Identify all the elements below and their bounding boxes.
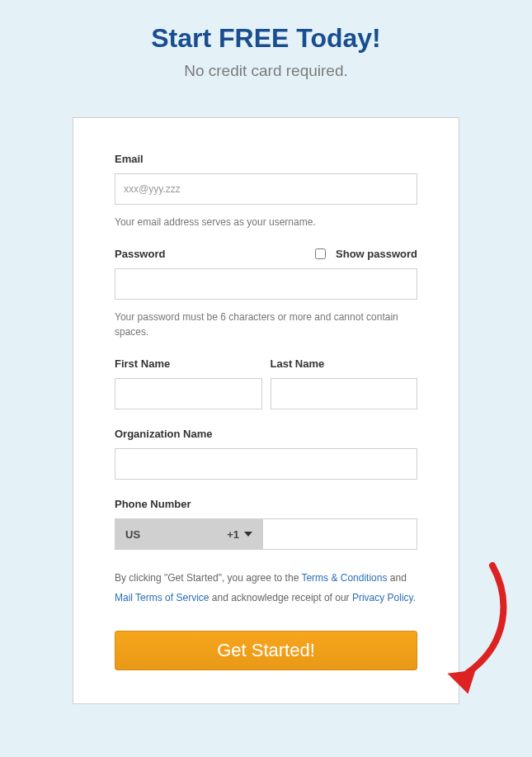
page-title: Start FREE Today! <box>0 0 532 54</box>
organization-label: Organization Name <box>115 428 417 440</box>
terms-mid2: and acknowledge receipt of our <box>209 592 351 603</box>
password-input[interactable] <box>115 268 417 300</box>
chevron-down-icon <box>244 532 252 537</box>
country-select[interactable]: US +1 <box>115 518 263 550</box>
phone-input[interactable] <box>263 518 417 550</box>
show-password-label: Show password <box>336 248 417 260</box>
email-label: Email <box>115 153 417 165</box>
terms-mid1: and <box>387 572 406 584</box>
last-name-label: Last Name <box>271 357 418 370</box>
first-name-label: First Name <box>115 357 262 370</box>
password-helper: Your password must be 6 characters or mo… <box>115 310 417 339</box>
privacy-policy-link[interactable]: Privacy Policy <box>352 592 413 603</box>
name-row: First Name Last Name <box>115 357 417 409</box>
last-name-input[interactable] <box>271 378 418 409</box>
terms-prefix: By clicking "Get Started", you agree to … <box>115 572 301 584</box>
country-select-value: US <box>125 528 140 541</box>
first-name-input[interactable] <box>115 378 262 409</box>
mail-terms-link[interactable]: Mail Terms of Service <box>115 592 209 603</box>
email-helper: Your email address serves as your userna… <box>115 215 417 229</box>
signup-form-card: Email Your email address serves as your … <box>73 117 459 704</box>
password-label: Password <box>115 248 165 260</box>
phone-label: Phone Number <box>115 498 417 510</box>
password-group: Password Show password Your password mus… <box>115 248 417 339</box>
terms-suffix: . <box>413 592 416 603</box>
page-subtitle: No credit card required. <box>0 62 532 80</box>
first-name-group: First Name <box>115 357 262 409</box>
organization-input[interactable] <box>115 448 417 480</box>
get-started-button[interactable]: Get Started! <box>115 631 417 670</box>
show-password-checkbox[interactable] <box>315 248 326 259</box>
email-input[interactable] <box>115 173 417 205</box>
terms-conditions-link[interactable]: Terms & Conditions <box>301 572 387 584</box>
country-code: +1 <box>227 528 239 541</box>
terms-text: By clicking "Get Started", you agree to … <box>115 568 417 608</box>
email-group: Email Your email address serves as your … <box>115 153 417 229</box>
last-name-group: Last Name <box>271 357 418 409</box>
organization-group: Organization Name <box>115 428 417 480</box>
phone-group: Phone Number US +1 <box>115 498 417 550</box>
